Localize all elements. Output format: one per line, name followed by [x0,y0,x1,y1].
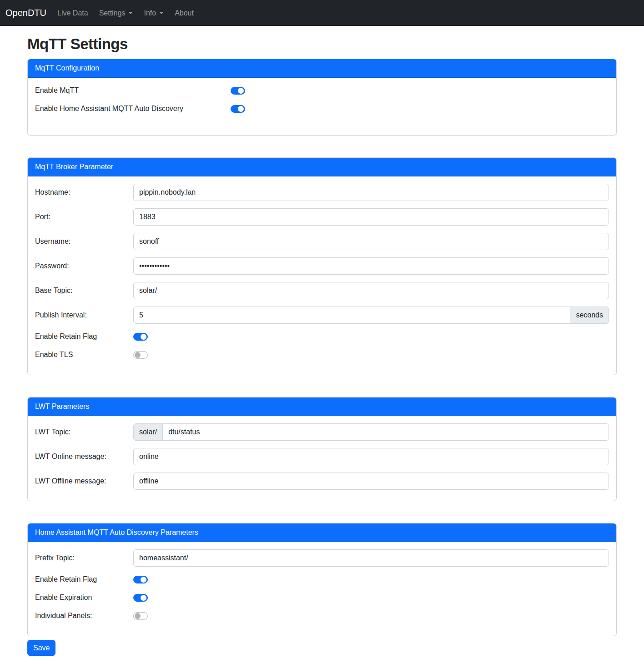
switch-knob [141,595,146,601]
card-header: LWT Parameters [28,397,616,416]
card-ha-discovery-parameters: Home Assistant MQTT Auto Discovery Param… [27,523,617,636]
field-label: Port: [35,211,133,222]
switch-knob [238,106,244,112]
nav-item-label: Settings [99,9,126,17]
switch-knob [238,88,244,94]
card-body: Prefix Topic: Enable Retain Flag Enable … [28,542,616,636]
card-body: LWT Topic: solar/ LWT Online message: LW… [28,416,616,501]
field-row-lwt-online: LWT Online message: [35,448,609,465]
toggle-switch-ha-discovery[interactable] [231,105,245,113]
field-label: Publish Interval: [35,310,133,321]
nav-item-label: Live Data [57,9,88,17]
field-label: Password: [35,261,133,272]
field-label: Username: [35,236,133,247]
input-suffix-seconds: seconds [570,307,609,324]
field-label: Base Topic: [35,285,133,296]
field-row-password: Password: [35,257,609,275]
caret-down-icon [159,12,164,14]
card-header: MqTT Broker Parameter [28,158,616,176]
field-row-lwt-offline: LWT Offline message: [35,473,609,490]
nav-item-live-data[interactable]: Live Data [54,5,92,21]
field-row-publish-interval: Publish Interval: seconds [35,307,609,324]
switch-row-enable-tls: Enable TLS [35,349,609,360]
password-input[interactable] [133,257,609,275]
toggle-switch-ha-expiration[interactable] [133,594,148,602]
field-row-username: Username: [35,233,609,250]
caret-down-icon [128,12,133,14]
toggle-switch-retain-flag[interactable] [133,333,148,341]
switch-knob [141,334,146,340]
nav-item-info[interactable]: Info [140,5,167,21]
nav-item-label: About [175,9,194,17]
switch-row-ha-retain-flag: Enable Retain Flag [35,574,609,585]
nav-item-about[interactable]: About [171,5,197,21]
card-body: Hostname: Port: Username: Password: [28,176,616,375]
brand-link[interactable]: OpenDTU [5,6,46,20]
card-lwt-parameters: LWT Parameters LWT Topic: solar/ LWT Onl… [27,397,617,501]
card-header: Home Assistant MQTT Auto Discovery Param… [28,523,616,542]
field-label: Hostname: [35,187,133,198]
lwt-offline-input[interactable] [133,473,609,490]
toggle-switch-enable-tls[interactable] [133,351,148,359]
field-label: LWT Topic: [35,427,133,438]
nav-item-label: Info [144,9,156,17]
card-header: MqTT Configuration [28,59,616,78]
switch-label: Enable Retain Flag [35,331,133,342]
navbar: OpenDTU Live Data Settings Info About [0,0,644,26]
lwt-online-input[interactable] [133,448,609,465]
switch-knob [141,577,146,583]
prefix-topic-input[interactable] [133,549,609,567]
switch-row-ha-expiration: Enable Expiration [35,592,609,603]
port-input[interactable] [133,208,609,226]
switch-label: Enable TLS [35,349,133,360]
field-label: LWT Offline message: [35,476,133,487]
switch-label: Enable MqTT [35,85,231,96]
field-row-base-topic: Base Topic: [35,282,609,299]
username-input[interactable] [133,233,609,250]
switch-knob [135,613,141,619]
toggle-switch-individual-panels[interactable] [133,612,148,620]
switch-label: Enable Home Assistant MQTT Auto Discover… [35,103,231,114]
lwt-topic-input[interactable] [162,423,609,441]
switch-label: Enable Expiration [35,592,133,603]
save-button[interactable]: Save [27,640,55,656]
field-label: LWT Online message: [35,451,133,462]
card-mqtt-configuration: MqTT Configuration Enable MqTT Enable Ho… [27,59,617,136]
nav-item-settings[interactable]: Settings [96,5,137,21]
card-body: Enable MqTT Enable Home Assistant MQTT A… [28,78,616,135]
switch-row-enable-mqtt: Enable MqTT [35,85,609,96]
switch-label: Enable Retain Flag [35,574,133,585]
switch-label: Individual Panels: [35,610,133,621]
field-row-lwt-topic: LWT Topic: solar/ [35,423,609,441]
field-row-prefix-topic: Prefix Topic: [35,549,609,567]
publish-interval-input[interactable] [133,307,570,324]
switch-row-individual-panels: Individual Panels: [35,610,609,621]
field-label: Prefix Topic: [35,553,133,563]
base-topic-input[interactable] [133,282,609,299]
switch-row-retain-flag: Enable Retain Flag [35,331,609,342]
field-row-port: Port: [35,208,609,226]
page-title: MqTT Settings [27,35,617,53]
main-content: MqTT Settings MqTT Configuration Enable … [22,35,622,656]
hostname-input[interactable] [133,184,609,201]
switch-knob [135,352,141,358]
card-mqtt-broker-parameter: MqTT Broker Parameter Hostname: Port: Us… [27,157,617,375]
toggle-switch-ha-retain-flag[interactable] [133,576,148,584]
switch-row-enable-ha-discovery: Enable Home Assistant MQTT Auto Discover… [35,103,609,114]
input-prefix-base-topic: solar/ [133,423,163,441]
toggle-switch-enable-mqtt[interactable] [231,87,245,95]
field-row-hostname: Hostname: [35,184,609,201]
